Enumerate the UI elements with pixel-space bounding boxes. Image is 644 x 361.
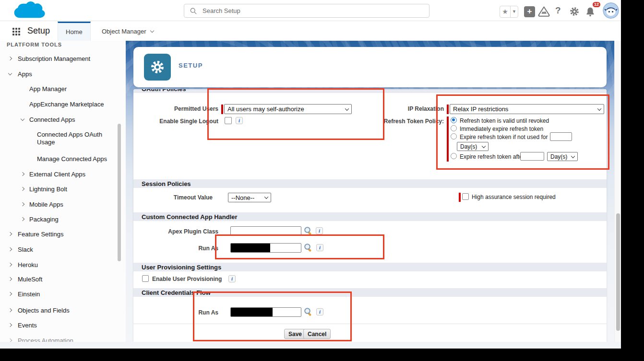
- timeout-value-label: Timeout Value: [133, 194, 213, 201]
- notification-count-badge: 12: [592, 1, 601, 8]
- sidebar-item-external-client-apps[interactable]: External Client Apps: [29, 171, 85, 178]
- setup-nav-bar: Setup Home Object Manager: [0, 22, 621, 41]
- sidebar-item-lightning-bolt[interactable]: Lightning Bolt: [29, 186, 67, 193]
- search-input[interactable]: [203, 7, 414, 14]
- sidebar-item-connected-apps-oauth-usage[interactable]: Connected Apps OAuth Usage: [37, 131, 116, 146]
- timeout-value-select[interactable]: --None--: [228, 193, 271, 202]
- chevron-right-icon: [8, 292, 12, 296]
- sidebar-item-apps[interactable]: Apps: [18, 70, 32, 78]
- chevron-right-icon: [8, 308, 12, 312]
- salesforce-cloud-logo[interactable]: [12, 1, 48, 22]
- timeout-value: --None--: [231, 194, 254, 201]
- section-title: Session Policies: [142, 180, 191, 187]
- bottom-strip: [0, 342, 621, 349]
- sidebar-item-connected-apps[interactable]: Connected Apps: [29, 116, 75, 123]
- global-header: ★ ▼ + ? 12: [0, 0, 621, 21]
- page-title: SETUP: [179, 62, 203, 69]
- favorites-star-icon[interactable]: ★: [500, 6, 510, 17]
- section-custom-connected-app-handler: Custom Connected App Handler: [133, 212, 607, 221]
- run-as-label: Run As: [133, 245, 218, 252]
- info-icon[interactable]: i: [228, 275, 236, 282]
- chevron-right-icon: [8, 338, 12, 342]
- chevron-right-icon: [21, 202, 24, 206]
- chevron-right-icon: [21, 172, 24, 176]
- trailhead-icon[interactable]: [538, 6, 550, 19]
- user-avatar[interactable]: [603, 2, 619, 19]
- favorites-button-group: ★ ▼: [500, 6, 518, 18]
- section-session-policies: Session Policies: [133, 179, 607, 188]
- section-user-provisioning-settings: User Provisioning Settings: [133, 263, 607, 271]
- page-scrollbar-track[interactable]: [614, 41, 621, 342]
- annotation-rect-run-as: [215, 234, 384, 259]
- tab-object-manager[interactable]: Object Manager: [94, 22, 161, 41]
- section-title: Custom Connected App Handler: [142, 213, 238, 221]
- sidebar-item-slack[interactable]: Slack: [18, 246, 33, 253]
- sidebar-item-heroku[interactable]: Heroku: [18, 261, 38, 268]
- sidebar-scrollbar-thumb[interactable]: [118, 124, 121, 261]
- tab-home[interactable]: Home: [58, 22, 91, 41]
- high-assurance-checkbox[interactable]: [462, 193, 469, 200]
- high-assurance-label: High assurance session required: [472, 194, 556, 200]
- tab-home-label: Home: [66, 28, 83, 35]
- chevron-right-icon: [8, 323, 12, 327]
- app-name: Setup: [27, 26, 50, 36]
- sidebar-item-feature-settings[interactable]: Feature Settings: [18, 231, 63, 238]
- setup-search-box: [184, 4, 429, 18]
- sidebar-item-process-automation[interactable]: Process Automation: [18, 337, 73, 342]
- favorites-dropdown-icon[interactable]: ▼: [510, 6, 518, 17]
- enable-single-logout-label: Enable Single Logout: [133, 118, 218, 125]
- sidebar-item-subscription-management[interactable]: Subscription Management: [18, 55, 90, 62]
- chevron-right-icon: [8, 247, 12, 251]
- section-title: User Provisioning Settings: [142, 264, 221, 271]
- chevron-right-icon: [21, 187, 24, 191]
- setup-header-card: SETUP: [133, 47, 607, 87]
- setup-page-gear-icon: [144, 54, 171, 81]
- app-launcher-waffle-icon[interactable]: [12, 28, 20, 35]
- sidebar-item-mobile-apps[interactable]: Mobile Apps: [29, 201, 63, 208]
- chevron-down-icon: [8, 71, 12, 75]
- notifications-bell-icon[interactable]: [585, 7, 595, 19]
- chevron-right-icon: [8, 277, 12, 281]
- enable-user-provisioning-checkbox[interactable]: [142, 275, 149, 282]
- sidebar-item-events[interactable]: Events: [18, 322, 37, 329]
- chevron-right-icon: [8, 57, 12, 60]
- sidebar-item-objects-and-fields[interactable]: Objects and Fields: [18, 307, 70, 314]
- apex-plugin-class-label: Apex Plugin Class: [133, 228, 218, 235]
- setup-sidebar: PLATFORM TOOLS Subscription Management A…: [0, 41, 126, 342]
- search-icon: [190, 8, 197, 14]
- sidebar-item-appexchange-marketplace[interactable]: AppExchange Marketplace: [29, 101, 104, 108]
- enable-user-provisioning-label: Enable User Provisioning: [152, 276, 222, 282]
- annotation-rect-client-credentials: [193, 291, 352, 341]
- chevron-right-icon: [21, 217, 24, 221]
- chevron-down-icon: [150, 28, 154, 32]
- chevron-right-icon: [8, 232, 12, 236]
- sidebar-item-manage-connected-apps[interactable]: Manage Connected Apps: [37, 155, 107, 163]
- setup-gear-icon[interactable]: [569, 6, 580, 19]
- permitted-users-label: Permitted Users: [133, 105, 218, 112]
- chevron-right-icon: [8, 263, 12, 267]
- sidebar-item-packaging[interactable]: Packaging: [29, 216, 59, 223]
- help-icon[interactable]: ?: [555, 5, 561, 16]
- sidebar-section-header: PLATFORM TOOLS: [7, 42, 62, 47]
- required-indicator: [459, 193, 461, 202]
- select-chevron-icon: [264, 195, 268, 199]
- quick-create-plus-icon[interactable]: +: [524, 6, 535, 17]
- annotation-rect-ip-relaxation-refresh-token: [436, 94, 609, 170]
- sidebar-item-einstein[interactable]: Einstein: [18, 291, 40, 298]
- chevron-down-icon: [21, 117, 24, 121]
- sidebar-item-mulesoft[interactable]: MuleSoft: [18, 276, 42, 283]
- sidebar-item-app-manager[interactable]: App Manager: [29, 85, 67, 93]
- tab-object-manager-label: Object Manager: [102, 28, 146, 35]
- section-title: OAuth Policies: [142, 89, 186, 93]
- info-icon[interactable]: i: [316, 227, 323, 234]
- page-scrollbar-thumb[interactable]: [616, 213, 620, 331]
- annotation-rect-permitted-users: [207, 88, 384, 140]
